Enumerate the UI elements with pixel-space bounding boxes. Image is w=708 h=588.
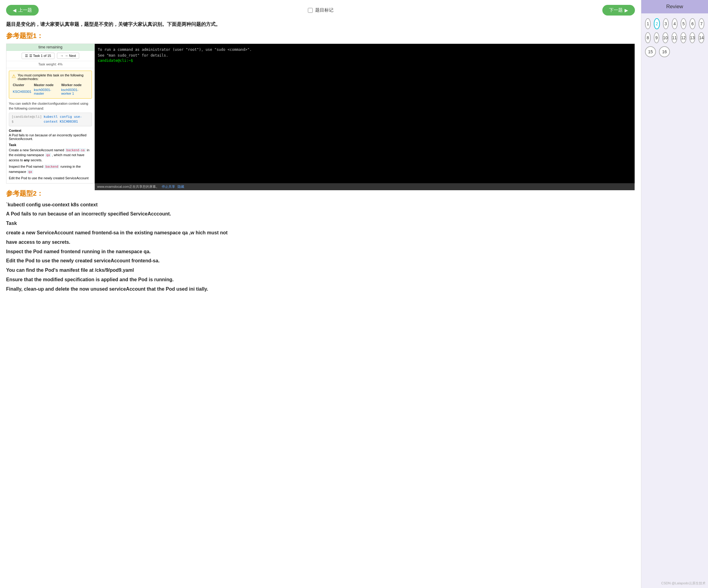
task-section: Task Create a new ServiceAccount named b… (9, 143, 92, 181)
arrow-right-icon: → (60, 54, 64, 58)
must-complete-box: ⚠ You must complete this task on the fol… (9, 71, 92, 99)
sidebar-num-5[interactable]: 5 (681, 18, 686, 29)
type2-content: `kubectl config use-context k8s contextA… (6, 200, 635, 294)
sidebar-num-12[interactable]: 12 (680, 32, 686, 43)
type2-line-8: Ensure that the modified specification i… (6, 275, 635, 284)
type2-line-2: Task (6, 219, 635, 228)
backend-pod-code: backend (44, 165, 59, 168)
stop-sharing-link[interactable]: 停止共享 (162, 184, 175, 189)
master-col-header: Master node (33, 83, 60, 87)
sidebar-num-8[interactable]: 8 (645, 32, 651, 43)
sidebar-num-11[interactable]: 11 (672, 32, 678, 43)
chevron-left-icon: ◀ (13, 8, 17, 13)
ns-qa-code: qa (45, 153, 51, 157)
sidebar: Review 12345678910111213141516 (641, 0, 708, 588)
sidebar-num-7[interactable]: 7 (699, 18, 704, 29)
intro-text: 题目是变化的，请大家要认真审题，题型是不变的，关键字大家认真识别。下面是两种问题… (6, 21, 635, 28)
task-text-1: Create a new ServiceAccount named (9, 148, 64, 152)
exam-right-panel: To run a command as administrator (user … (95, 44, 635, 183)
inspect-label: Inspect the Pod named (9, 165, 43, 168)
sidebar-num-10[interactable]: 10 (662, 32, 669, 43)
exam-preview: time remaining ☰ ☰ Task 1 of 15 → → Next… (6, 43, 635, 184)
type2-line-5: Inspect the Pod named frontend running i… (6, 247, 635, 256)
sidebar-num-14[interactable]: 14 (698, 32, 704, 43)
must-complete-text: You must complete this task on the follo… (18, 73, 89, 81)
edit-text: Edit the Pod to use the newly created Se… (9, 176, 92, 181)
task-next-label: → Next (65, 54, 76, 58)
type2-line-6: Edit the Pod to use the newly created se… (6, 256, 635, 266)
sidebar-num-6[interactable]: 6 (689, 18, 695, 29)
context-section: Context A Pod fails to run because of an… (9, 129, 92, 141)
context-body: A Pod fails to run because of an incorre… (9, 133, 92, 141)
prev-label: 上一题 (18, 7, 32, 13)
edit-label: Edit the Pod to use the newly created Se… (9, 176, 89, 180)
sidebar-num-2[interactable]: 2 (654, 18, 659, 29)
any-secrets-bold: any (24, 158, 30, 162)
chevron-right-icon: ▶ (625, 8, 628, 13)
section1-title: 参考题型1： (6, 31, 635, 40)
secrets-text: secrets. (31, 158, 42, 162)
flag-checkbox[interactable] (308, 8, 313, 13)
cluster-table: Cluster Master node Worker node KSCH0030… (11, 83, 89, 96)
task-next-button[interactable]: → → Next (57, 53, 80, 59)
sidebar-num-16[interactable]: 16 (659, 46, 670, 57)
exam-left-panel: time remaining ☰ ☰ Task 1 of 15 → → Next… (6, 44, 95, 183)
sharing-bar: www.examslocal.com正在共享您的屏幕。 停止共享 隐藏 (95, 183, 635, 190)
terminal-prompt: candidate@cli:~$ (98, 58, 631, 63)
cluster-col-header: Cluster (11, 83, 33, 87)
cluster-cell: ksch00301-worker 1 (60, 87, 89, 96)
switch-cmd-text: You can switch the cluster/configuration… (9, 102, 88, 111)
ns-qa-code-2: qa (27, 170, 33, 174)
next-label: 下一题 (609, 7, 623, 13)
cluster-cell: KSCH00301 (11, 87, 33, 96)
sharing-text: www.examslocal.com正在共享您的屏幕。 (97, 184, 159, 189)
flag-area: 题目标记 (308, 7, 333, 13)
sidebar-num-9[interactable]: 9 (654, 32, 659, 43)
sidebar-num-15[interactable]: 15 (645, 46, 656, 57)
section2-title: 参考题型2： (6, 189, 635, 198)
task-title-label: Task (9, 143, 92, 147)
cluster-cell: ksch00301-master (33, 87, 60, 96)
sidebar-row: 1516 (645, 46, 704, 57)
backend-sa-code: backend-sa (65, 148, 86, 152)
hide-sharing-link[interactable]: 隐藏 (178, 184, 184, 189)
switch-cmd-box: You can switch the cluster/configuration… (9, 101, 92, 126)
list-icon: ☰ (25, 54, 28, 58)
type2-line-0: `kubectl config use-context k8s context (6, 200, 635, 209)
prev-button[interactable]: ◀ 上一题 (6, 5, 39, 16)
cmd-text: kubectl config use-context KSCH00301 (43, 115, 89, 124)
sidebar-num-13[interactable]: 13 (689, 32, 696, 43)
terminal-line1: To run a command as administrator (user … (98, 47, 631, 53)
time-remaining-bar: time remaining (6, 44, 94, 51)
next-button[interactable]: 下一题 ▶ (602, 5, 635, 16)
sidebar-numbers: 12345678910111213141516 (641, 13, 708, 65)
context-title: Context (9, 129, 92, 132)
task-weight: Task weight: 4% (6, 61, 94, 68)
warning-icon: ⚠ (11, 73, 16, 79)
sidebar-num-4[interactable]: 4 (672, 18, 678, 29)
sidebar-num-3[interactable]: 3 (663, 18, 669, 29)
sidebar-row: 1234567 (645, 18, 704, 29)
time-remaining-text: time remaining (38, 45, 62, 49)
cmd-block: [candidate@cli] $ kubectl config use-con… (9, 113, 92, 126)
terminal-line2: See "man sudo_root" for details. (98, 53, 631, 58)
sidebar-header: Review (641, 0, 708, 13)
task-label: ☰ Task 1 of 15 (29, 54, 51, 58)
flag-label: 题目标记 (315, 7, 333, 13)
inspect-text: Inspect the Pod named backend running in… (9, 164, 92, 174)
worker-col-header: Worker node (60, 83, 89, 87)
sidebar-num-1[interactable]: 1 (645, 18, 651, 29)
top-navigation: ◀ 上一题 题目标记 下一题 ▶ (6, 5, 635, 16)
sidebar-row: 891011121314 (645, 32, 704, 43)
type2-line-7: You can find the Pod's manifest file at … (6, 266, 635, 275)
task-nav-bar: ☰ ☰ Task 1 of 15 → → Next (6, 51, 94, 61)
type2-line-3: create a new ServiceAccount named fronte… (6, 228, 635, 238)
task-body: Create a new ServiceAccount named backen… (9, 148, 92, 163)
type2-line-4: have access to any secrets. (6, 238, 635, 247)
cmd-prompt: [candidate@cli] $ (11, 115, 42, 124)
watermark: CSDN @Lalapodo云原生技术 (661, 581, 706, 586)
task-list-button[interactable]: ☰ ☰ Task 1 of 15 (22, 53, 55, 59)
type2-line-9: Finally, clean-up and delete the now unu… (6, 285, 635, 294)
terminal-area[interactable]: To run a command as administrator (user … (95, 44, 635, 183)
type2-line-1: A Pod fails to run because of an incorre… (6, 210, 635, 219)
